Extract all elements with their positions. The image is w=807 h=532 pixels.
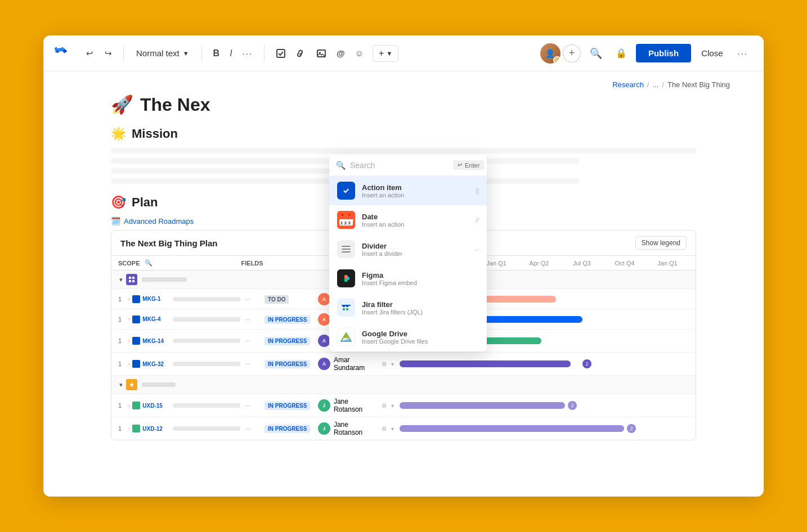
- gantt-badge-mkg32: 2: [582, 359, 591, 368]
- assignee-settings-icon[interactable]: ⚙: [382, 426, 387, 432]
- toolbar-divider-1: [123, 46, 124, 61]
- date-text: Date Insert an action: [362, 213, 404, 228]
- avatar-initials: 👤: [545, 49, 555, 58]
- redo-button[interactable]: ↪: [100, 45, 116, 62]
- row-scope-mkg32: 1 › MKG-32 ···: [118, 360, 264, 368]
- dropdown-item-gdrive[interactable]: Google Drive Insert Google Drive files: [329, 322, 487, 351]
- row-tag-mkg4[interactable]: MKG-4: [142, 316, 171, 322]
- row-scope-mkg14: 1 › MKG-14 ···: [118, 337, 264, 345]
- search-icon: 🔍: [336, 161, 346, 170]
- more-format-button[interactable]: ···: [238, 45, 258, 61]
- image-insert-button[interactable]: [312, 45, 331, 62]
- svg-rect-7: [342, 187, 350, 195]
- gantt-mkg32: 2: [394, 358, 689, 369]
- plus-insert-button[interactable]: + ▼: [373, 45, 398, 62]
- breadcrumb: Research / ... / The Next Big Thing: [612, 80, 730, 89]
- action-item-desc: Insert an action: [362, 192, 404, 199]
- publish-button[interactable]: Publish: [636, 44, 691, 62]
- undo-button[interactable]: ↩: [82, 45, 98, 62]
- row-tag-mkg32[interactable]: MKG-32: [142, 361, 171, 367]
- row-more-button[interactable]: ···: [245, 360, 250, 367]
- row-more-button[interactable]: ···: [245, 316, 250, 323]
- svg-text:S M T W T: S M T W T: [340, 219, 355, 222]
- plus-icon: +: [379, 48, 384, 58]
- scope-search-icon[interactable]: 🔍: [145, 259, 154, 267]
- figma-desc: Insert Figma embed: [362, 279, 417, 286]
- chevron-down-icon: ▼: [183, 50, 189, 57]
- dropdown-item-figma[interactable]: Figma Insert Figma embed: [329, 264, 487, 293]
- group-placeholder-1: [142, 277, 187, 282]
- assignee-settings-icon[interactable]: ⚙: [382, 403, 387, 409]
- group-chevron-1[interactable]: ▼: [118, 277, 124, 283]
- gantt-uxd15: 2: [394, 400, 689, 411]
- q2-label: Apr Q2: [518, 260, 561, 267]
- text-style-dropdown[interactable]: Normal text ▼: [131, 45, 195, 61]
- figma-title: Figma: [362, 271, 417, 279]
- group-chevron-2[interactable]: ▼: [118, 382, 124, 388]
- q5-label: Jan Q1: [646, 260, 689, 267]
- search-button[interactable]: 🔍: [585, 44, 607, 63]
- link-insert-button[interactable]: [292, 45, 311, 62]
- date-shortcut: //: [476, 217, 479, 223]
- row-tag-uxd12[interactable]: UXD-12: [142, 426, 171, 432]
- toolbar-divider-2: [201, 46, 202, 61]
- dropdown-item-divider[interactable]: Divider Insert a divider --: [329, 235, 487, 264]
- svg-rect-17: [342, 251, 351, 253]
- dropdown-item-action[interactable]: Action item Insert an action []: [329, 176, 487, 205]
- dropdown-item-date[interactable]: 1 2 3 S M T W T Date Insert an action //: [329, 205, 487, 235]
- row-more-button[interactable]: ···: [245, 425, 250, 432]
- svg-rect-0: [277, 49, 285, 57]
- row-more-button[interactable]: ···: [245, 402, 250, 409]
- row-more-button[interactable]: ···: [245, 296, 250, 303]
- svg-rect-22: [346, 305, 348, 307]
- close-button[interactable]: Close: [696, 45, 728, 61]
- row-tag-uxd15[interactable]: UXD-15: [142, 403, 171, 409]
- table-row: 1 › UXD-15 ··· IN PROGRESS J Jane R: [111, 394, 696, 417]
- page-title-emoji: 🚀: [111, 94, 133, 115]
- advanced-roadmaps-label: Advanced Roadmaps: [124, 217, 194, 226]
- status-mkg4: IN PROGRESS: [264, 315, 313, 323]
- bold-button[interactable]: B: [209, 45, 225, 62]
- gdrive-title: Google Drive: [362, 330, 428, 338]
- content-line-1: [111, 148, 696, 154]
- gantt-badge-uxd15: 2: [568, 401, 577, 410]
- main-window: ↩ ↪ Normal text ▼ B I ···: [43, 35, 764, 497]
- assignee-avatar-mkg14: A: [318, 335, 330, 347]
- quarter-labels: Jan Q1 Apr Q2 Jul Q3 Oct Q4 Jan Q1: [475, 260, 689, 267]
- assignee-settings-icon[interactable]: ⚙: [382, 361, 387, 367]
- emoji-insert-button[interactable]: ☺: [351, 45, 368, 61]
- dropdown-search-input[interactable]: [350, 161, 449, 170]
- jira-icon: [337, 299, 355, 317]
- gdrive-text: Google Drive Insert Google Drive files: [362, 330, 428, 345]
- page-title[interactable]: The Nex: [140, 94, 210, 115]
- add-collaborator-button[interactable]: +: [563, 44, 581, 62]
- row-tag-mkg1[interactable]: MKG-1: [142, 296, 171, 302]
- mention-insert-button[interactable]: @: [332, 45, 349, 61]
- enter-hint: ↵ Enter: [453, 160, 484, 170]
- more-options-button[interactable]: ···: [733, 45, 752, 61]
- breadcrumb-page: The Next Big Thing: [667, 80, 730, 89]
- svg-rect-15: [342, 246, 351, 247]
- show-legend-button[interactable]: Show legend: [635, 236, 687, 250]
- gdrive-icon: [337, 328, 355, 346]
- row-tag-mkg14[interactable]: MKG-14: [142, 338, 171, 344]
- gantt-bar-uxd12: [400, 425, 624, 432]
- row-text-placeholder: [173, 426, 240, 431]
- lock-button[interactable]: 🔒: [611, 44, 631, 62]
- status-uxd15: IN PROGRESS: [264, 402, 313, 409]
- italic-button[interactable]: I: [225, 45, 236, 62]
- breadcrumb-research[interactable]: Research: [612, 80, 644, 89]
- chevron-right-icon: ›: [128, 426, 130, 432]
- dropdown-item-jira[interactable]: Jira filter Insert Jira filters (JQL): [329, 293, 487, 322]
- action-item-shortcut: []: [476, 187, 479, 194]
- checkbox-insert-button[interactable]: [271, 45, 290, 62]
- action-item-title: Action item: [362, 183, 404, 192]
- chevron-right-icon: ›: [128, 296, 130, 302]
- row-text-placeholder: [173, 339, 240, 343]
- group-header-2: ▼: [111, 376, 696, 394]
- figma-icon: [337, 269, 355, 287]
- gdrive-desc: Insert Google Drive files: [362, 338, 428, 345]
- row-more-button[interactable]: ···: [245, 337, 250, 344]
- assignee-mkg32: A Amar Sundaram ⚙ ▾: [318, 356, 394, 372]
- enter-label: Enter: [465, 162, 479, 169]
